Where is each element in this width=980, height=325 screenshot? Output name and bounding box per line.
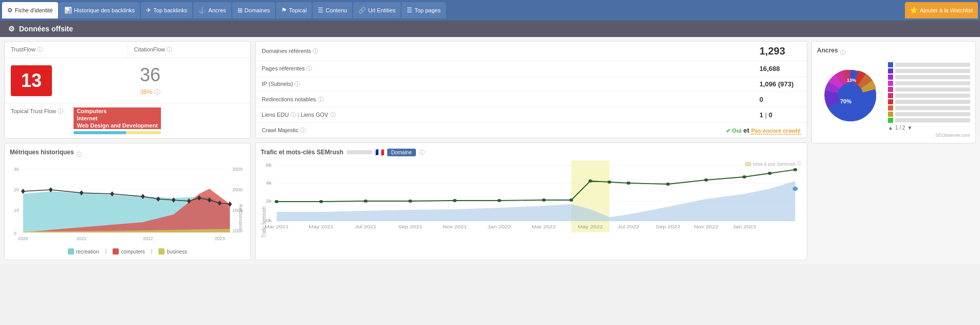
svg-text:Jan 2023: Jan 2023 xyxy=(733,224,756,229)
tf-info-icon: ⓘ xyxy=(37,46,43,52)
ancres-info-icon: ⓘ xyxy=(840,49,846,57)
stats-row-liens: Liens EDU ⓘ | Liens GOV ⓘ 1 | 0 xyxy=(256,107,807,123)
stats-row-crawl: Crawl Majestic ⓘ ✔ Oui et Pas encore cra… xyxy=(256,123,807,138)
pie-chart: 70% 13% xyxy=(817,62,884,129)
tf-label: TrustFlow xyxy=(11,46,35,52)
svg-text:13%: 13% xyxy=(847,78,856,83)
topical-row: Topical Trust Flow ⓘ Computers Internet … xyxy=(5,103,250,138)
legend-recreation: recreation xyxy=(68,248,99,255)
svg-text:0: 0 xyxy=(14,231,16,236)
legend-text-9 xyxy=(895,118,970,122)
tab-contenu[interactable]: ☰ Contenu xyxy=(313,2,352,19)
legend-row-6 xyxy=(888,99,970,104)
svg-point-48 xyxy=(627,182,630,185)
tab-watchlist[interactable]: ⭐ Ajouter à la Watchlist xyxy=(905,2,978,19)
domaines-info-icon: ⓘ xyxy=(313,48,318,54)
pagination-down-icon[interactable]: ▼ xyxy=(907,125,912,131)
tab-top-pages[interactable]: ☰ Top pages xyxy=(402,2,446,19)
legend-color-3 xyxy=(888,81,893,86)
svg-text:10: 10 xyxy=(14,208,19,213)
stats-ip-value: 1,096 (973) xyxy=(759,80,801,88)
tab-domaines[interactable]: ⊞ Domaines xyxy=(232,2,276,19)
ancres-title: Ancres xyxy=(817,47,838,54)
legend-color-1 xyxy=(888,68,893,74)
svg-text:2020: 2020 xyxy=(18,236,28,241)
top-pages-icon: ☰ xyxy=(407,7,412,14)
tab-ancres[interactable]: ⚓ Ancres xyxy=(193,2,231,19)
semrush-domain-placeholder xyxy=(347,150,372,154)
svg-text:Mar 2022: Mar 2022 xyxy=(532,224,556,229)
legend-row-0 xyxy=(888,62,970,67)
historique-icon: 📊 xyxy=(64,7,72,14)
legend-text-5 xyxy=(895,94,970,98)
tab-fiche[interactable]: ⚙ Fiche d'identité xyxy=(2,2,58,19)
legend-color-9 xyxy=(888,118,893,123)
svg-point-41 xyxy=(408,200,412,203)
tab-url-entities[interactable]: 🔗 Url Entities xyxy=(353,2,401,19)
stats-row-domaines: Domaines référents ⓘ 1,293 xyxy=(256,42,807,61)
legend-row-4 xyxy=(888,87,970,92)
stats-domaines-value: 1,293 xyxy=(759,45,801,57)
topical-info-icon: ⓘ xyxy=(58,108,63,114)
svg-text:20: 20 xyxy=(14,187,19,192)
metrics-title: Métriques historiques xyxy=(10,149,74,156)
metrics-chart: 30 20 10 0 2500 2000 1500 1000 xyxy=(10,163,245,245)
legend-text-2 xyxy=(895,75,970,79)
legend-text-0 xyxy=(895,63,970,67)
section-header: ⚙ Données offsite xyxy=(0,21,980,37)
svg-point-49 xyxy=(666,183,669,186)
svg-rect-29 xyxy=(571,160,609,232)
topical-tag-2: Web Design and Development xyxy=(74,122,161,129)
left-panel: TrustFlow ⓘ CitationFlow ⓘ 13 36 36% ⓘ xyxy=(4,41,251,260)
legend-business-color xyxy=(158,248,165,255)
top-backlinks-icon: ✈ xyxy=(146,7,151,14)
legend-recreation-label: recreation xyxy=(76,249,99,255)
tab-top-backlinks[interactable]: ✈ Top backlinks xyxy=(141,2,192,19)
legend-computers-color xyxy=(113,248,119,255)
legend-row-5 xyxy=(888,93,970,98)
stats-liens-value: 1 | 0 xyxy=(759,111,801,119)
main-content: TrustFlow ⓘ CitationFlow ⓘ 13 36 36% ⓘ xyxy=(0,37,980,264)
topical-tag-1: Internet xyxy=(74,115,161,122)
pagination-up-icon[interactable]: ▲ xyxy=(888,125,893,131)
legend-color-0 xyxy=(888,62,893,67)
ancres-legend: ▲ 1 / 2 ▼ xyxy=(888,62,970,131)
france-flag: 🇫🇷 xyxy=(375,148,384,156)
stats-pages-value: 16,688 xyxy=(759,65,801,73)
topical-icon: ⚑ xyxy=(281,7,287,14)
legend-recreation-color xyxy=(68,248,74,255)
svg-text:30: 30 xyxy=(14,167,19,172)
liens-edu-label: Liens EDU xyxy=(262,112,289,118)
topical-color-bar xyxy=(74,131,161,134)
legend-text-3 xyxy=(895,81,970,85)
legend-color-7 xyxy=(888,105,893,111)
legend-row-3 xyxy=(888,81,970,86)
svg-point-40 xyxy=(364,200,367,203)
legend-color-2 xyxy=(888,75,893,80)
crawl-et: et xyxy=(743,127,750,134)
ancres-icon: ⚓ xyxy=(198,7,206,14)
stats-row-redirections: Redirections notables ⓘ 0 xyxy=(256,92,807,107)
svg-point-43 xyxy=(497,199,501,202)
semrush-card: Trafic et mots-clés SEMrush 🇫🇷 Domaine ⓘ… xyxy=(255,142,807,260)
svg-text:Jan 2022: Jan 2022 xyxy=(487,224,511,229)
tab-topical[interactable]: ⚑ Topical xyxy=(276,2,312,19)
legend-computers-label: computers xyxy=(121,249,145,255)
svg-point-53 xyxy=(793,168,797,171)
svg-text:70%: 70% xyxy=(840,98,851,104)
liens-gov-label: Liens GOV xyxy=(301,112,329,118)
svg-text:May 2021: May 2021 xyxy=(308,224,334,229)
semrush-domain-btn[interactable]: Domaine xyxy=(387,149,416,156)
svg-text:Nov 2021: Nov 2021 xyxy=(443,224,467,229)
redirections-info-icon: ⓘ xyxy=(318,96,323,102)
svg-text:Jul 2022: Jul 2022 xyxy=(618,224,639,229)
tab-historique[interactable]: 📊 Historique des backlinks xyxy=(59,2,140,19)
stats-row-pages: Pages référentes ⓘ 16,688 xyxy=(256,61,807,77)
svg-text:Trafic Semrush: Trafic Semrush xyxy=(261,206,267,238)
section-icon: ⚙ xyxy=(8,25,15,33)
legend-row-1 xyxy=(888,68,970,74)
svg-point-47 xyxy=(608,180,611,184)
cf-info-icon: ⓘ xyxy=(167,46,172,52)
fiche-icon: ⚙ xyxy=(7,7,13,14)
svg-text:2023: 2023 xyxy=(214,236,225,241)
